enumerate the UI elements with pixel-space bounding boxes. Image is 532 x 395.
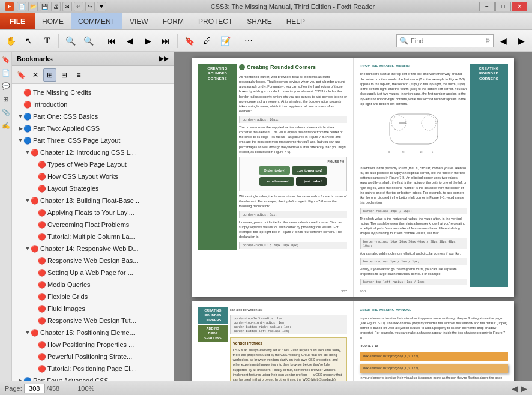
shadow-ex-2: box-shadow: 0 0 8px rgba(0,0,0,0.75); — [360, 364, 508, 373]
tb-more[interactable]: ⋯ — [240, 32, 257, 49]
sidebar-more-options[interactable]: ≡ — [72, 68, 85, 82]
search-box[interactable]: 🔍 ⚙ — [396, 34, 494, 47]
menu-protect[interactable]: PROTECT — [191, 13, 240, 29]
tb-prev-page[interactable]: ◀ — [121, 32, 138, 49]
customize-icon[interactable]: ▼ — [97, 2, 106, 11]
bookmark-applying-floats[interactable]: 🔴 Applying Floats to Your Layi... — [12, 207, 174, 219]
bookmark-fluid-images[interactable]: 🔴 Fluid Images — [12, 303, 174, 315]
layers-icon[interactable]: ⊞ — [1, 94, 11, 104]
bookmark-label: Tutorial: Multiple Column La... — [47, 233, 135, 240]
menu-share[interactable]: SHARE — [240, 13, 279, 29]
bookmark-tutorial-column[interactable]: 🔴 Tutorial: Multiple Column La... — [12, 231, 174, 243]
undo-icon[interactable]: ↩ — [74, 2, 83, 11]
bookmarks-tree: 🔴 The Missing Credits 🔴 Introduction ▼ 🔵… — [12, 84, 174, 381]
tb-highlight[interactable]: 🖊 — [199, 32, 216, 49]
tb-text-select[interactable]: 𝐓 — [38, 32, 55, 49]
bookmarks-icon[interactable]: 🔖 — [1, 54, 11, 65]
menu-bar: FILE HOME COMMENT VIEW FORM PROTECT SHAR… — [0, 13, 532, 30]
bookmark-part-four[interactable]: ▶ 🔵 Part Four: Advanced CSS — [12, 375, 174, 381]
bookmark-label: Responsive Web Design Bas... — [47, 257, 138, 264]
attachments-icon[interactable]: 📎 — [1, 107, 11, 118]
minimize-button[interactable]: − — [479, 2, 495, 11]
save-icon[interactable]: 💾 — [40, 2, 49, 11]
bookmark-responsive-tutorial[interactable]: 🔴 Responsive Web Design Tut... — [12, 315, 174, 327]
bookmark-ch12[interactable]: ▼ 🔴 Chapter 12: Introducing CSS L... — [12, 146, 174, 158]
bookmark-tutorial-positioning[interactable]: 🔴 Tutorial: Positioning Page El... — [12, 363, 174, 375]
nav-forward[interactable]: ▶ — [513, 32, 530, 49]
page-book-title: CSS3: THE MISSING MANUAL — [360, 64, 467, 68]
tb-zoom-in[interactable]: 🔍 — [80, 32, 97, 49]
print-icon[interactable]: 🖨 — [51, 2, 61, 11]
tb-select-tool[interactable]: ↖ — [20, 32, 37, 49]
pages-icon[interactable]: 📄 — [1, 67, 11, 78]
bookmark-label: Powerful Positioning Strate... — [47, 353, 132, 360]
menu-help[interactable]: HELP — [279, 13, 312, 29]
bookmark-powerful-positioning[interactable]: 🔴 Powerful Positioning Strate... — [12, 351, 174, 363]
tb-first-page[interactable]: ⏮ — [103, 32, 120, 49]
sidebar-expand-all[interactable]: ⊞ — [43, 68, 56, 82]
bookmark-icon: 🔴 — [24, 89, 31, 96]
shadow-ex-1: box-shadow: 0 0 6px rgba(0,0,0,0.75); — [360, 352, 508, 361]
menu-comment[interactable]: COMMENT — [71, 13, 122, 29]
nav-back[interactable]: ◀ — [495, 32, 512, 49]
bookmark-setup-web[interactable]: 🔴 Setting Up a Web Page for ... — [12, 267, 174, 279]
bookmark-part-two[interactable]: ▶ 🔵 Part Two: Applied CSS — [12, 122, 174, 134]
bookmark-part-three[interactable]: ▼ 🔵 Part Three: CSS Page Layout — [12, 134, 174, 146]
pdf-content-area[interactable]: CREATINGROUNDEDCORNERS Creating Rounded … — [174, 52, 532, 381]
bookmark-ch13[interactable]: ▼ 🔴 Chapter 13: Building Float-Base... — [12, 194, 174, 207]
email-icon[interactable]: ✉ — [62, 2, 72, 11]
signatures-icon[interactable]: ✍ — [1, 120, 11, 131]
sidebar-collapse-all[interactable]: ⊟ — [58, 68, 71, 82]
sidebar-expand-icon[interactable]: ▶▶ — [159, 55, 169, 62]
bookmark-ch14[interactable]: ▼ 🔴 Chapter 14: Responsive Web D... — [12, 243, 174, 255]
bookmark-label: Responsive Web Design Tut... — [47, 317, 136, 324]
tb-note[interactable]: 📝 — [217, 32, 234, 49]
search-settings-icon[interactable]: ⚙ — [485, 37, 491, 44]
bookmark-types-layout[interactable]: 🔴 Types of Web Page Layout — [12, 158, 174, 170]
comments-icon[interactable]: 💬 — [1, 80, 11, 91]
bookmark-icon: 🔴 — [31, 197, 38, 204]
bookmark-part-one[interactable]: ▼ 🔵 Part One: CSS Basics — [12, 110, 174, 122]
bookmark-missing-credits[interactable]: 🔴 The Missing Credits — [12, 86, 174, 98]
menu-file[interactable]: FILE — [0, 13, 35, 29]
new-icon[interactable]: 📄 — [17, 2, 26, 11]
tb-bookmark[interactable]: 🔖 — [181, 32, 198, 49]
bookmark-responsive-basics[interactable]: 🔴 Responsive Web Design Bas... — [12, 255, 174, 267]
menu-home[interactable]: HOME — [35, 13, 71, 29]
window-title: CSS3: The Missing Manual, Third Edition … — [106, 3, 479, 10]
bookmark-introduction[interactable]: 🔴 Introduction — [12, 98, 174, 110]
next-page-btn[interactable]: ▶ — [521, 384, 527, 393]
close-button[interactable]: ✕ — [512, 2, 527, 11]
bookmark-ch15[interactable]: ▼ 🔴 Chapter 15: Positioning Eleme... — [12, 327, 174, 339]
bookmark-flexible-grids[interactable]: 🔴 Flexible Grids — [12, 291, 174, 303]
tb-last-page[interactable]: ⏭ — [157, 32, 174, 49]
page-308-body5: Finally, if you want to go the longhand … — [360, 267, 467, 277]
bookmark-overcoming-float[interactable]: 🔴 Overcoming Float Problems — [12, 219, 174, 231]
tb-next-page[interactable]: ▶ — [139, 32, 156, 49]
bookmark-media-queries[interactable]: 🔴 Media Queries — [12, 279, 174, 291]
page-number-input[interactable] — [24, 384, 45, 393]
open-icon[interactable]: 📂 — [28, 2, 38, 11]
svg-rect-0 — [390, 114, 438, 144]
menu-form[interactable]: FORM — [156, 13, 191, 29]
circle-diagram: r 0 20 10 5 — [360, 111, 467, 160]
bookmark-how-css[interactable]: 🔴 How CSS Layout Works — [12, 170, 174, 182]
menu-view[interactable]: VIEW — [122, 13, 156, 29]
prev-page-btn[interactable]: ◀ — [512, 384, 518, 393]
sidebar-new-bookmark[interactable]: 🔖 — [14, 68, 28, 82]
bookmark-layout-strategies[interactable]: 🔴 Layout Strategies — [12, 182, 174, 194]
redo-icon[interactable]: ↪ — [85, 2, 95, 11]
bookmark-icon: 🔴 — [38, 161, 46, 168]
status-bar: Page: /458 100% ◀ ▶ — [0, 381, 532, 395]
left-icon-rail: 🔖 📄 💬 ⊞ 📎 ✍ — [0, 52, 12, 381]
bookmark-label: Media Queries — [47, 281, 91, 288]
bookmark-icon: 🔴 — [38, 365, 46, 372]
tb-zoom-out[interactable]: 🔍 — [62, 32, 79, 49]
pdf-page-left-2: CREATINGROUNDEDCORNERS ADDINGDROPSHADOWS… — [192, 301, 353, 381]
bookmark-label: Types of Web Page Layout — [47, 161, 127, 168]
bookmark-how-positioning[interactable]: 🔴 How Positioning Properties ... — [12, 339, 174, 351]
tb-hand-tool[interactable]: ✋ — [2, 32, 19, 49]
maximize-button[interactable]: □ — [495, 2, 511, 11]
sidebar-delete-bookmark[interactable]: ✕ — [29, 68, 42, 82]
search-input[interactable] — [411, 37, 483, 44]
